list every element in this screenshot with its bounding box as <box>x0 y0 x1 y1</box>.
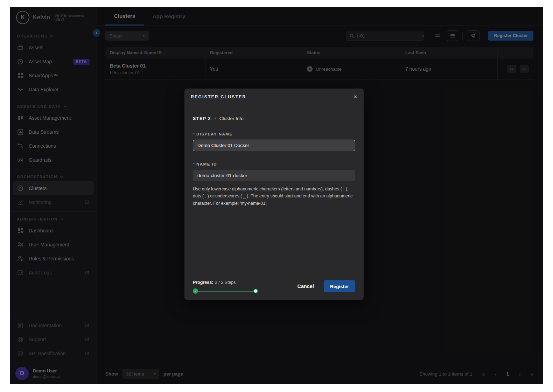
register-button[interactable]: Register <box>324 280 355 292</box>
name-id-label: *NAME ID <box>193 162 355 166</box>
modal-body: STEP 2 • Cluster Info *DISPLAY NAME *NAM… <box>184 105 364 279</box>
progress-indicator: Progress: 2 / 2 Steps ✓ <box>193 279 258 294</box>
progress-label: Progress: <box>193 280 213 285</box>
screenshot-stage: K Kelvin° BETA Environment (DEV) OPERATI… <box>0 0 553 392</box>
display-name-label: *DISPLAY NAME <box>193 132 355 136</box>
display-name-input[interactable] <box>193 140 355 151</box>
bullet-separator: • <box>215 117 216 121</box>
modal-footer: Progress: 2 / 2 Steps ✓ Cancel Register <box>184 279 364 300</box>
modal-header: REGISTER CLUSTER × <box>184 89 364 105</box>
step-label: STEP 2 <box>193 116 211 121</box>
required-marker: * <box>193 162 195 166</box>
name-id-input[interactable] <box>193 170 355 181</box>
step-complete-icon: ✓ <box>193 288 198 294</box>
register-cluster-modal: REGISTER CLUSTER × STEP 2 • Cluster Info… <box>184 89 364 300</box>
name-id-help-text: Use only lowercase alphanumeric characte… <box>193 186 355 207</box>
step-indicator: STEP 2 • Cluster Info <box>193 116 355 121</box>
close-icon[interactable]: × <box>354 93 357 100</box>
progress-value: 2 / 2 Steps <box>215 280 236 285</box>
cancel-button[interactable]: Cancel <box>297 284 314 289</box>
required-marker: * <box>193 132 195 136</box>
modal-title: REGISTER CLUSTER <box>191 94 246 99</box>
app-window: K Kelvin° BETA Environment (DEV) OPERATI… <box>10 7 543 384</box>
step-current-icon <box>253 289 258 293</box>
progress-bar: ✓ <box>193 288 258 294</box>
step-name: Cluster Info <box>219 116 244 121</box>
progress-line <box>195 291 256 292</box>
